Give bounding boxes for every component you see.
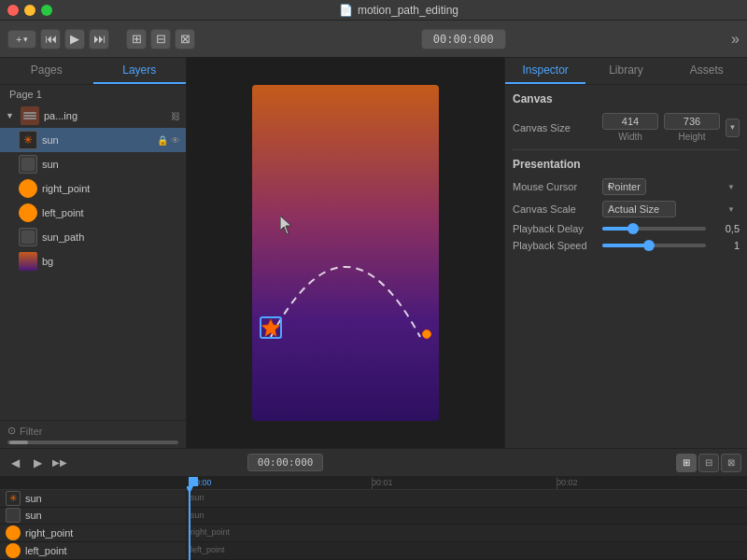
layer-icons-sun-anim: 🔒 👁 <box>157 135 180 146</box>
window-title: 📄 motion_path_editing <box>58 4 740 17</box>
canvas-height-input[interactable] <box>664 113 720 130</box>
playback-delay-thumb[interactable] <box>627 223 639 234</box>
filter-input[interactable] <box>20 426 178 437</box>
canvas-width-input[interactable] <box>602 113 658 130</box>
layer-sun-path[interactable]: sun_path <box>0 225 186 249</box>
track-content-left-point: left_point <box>190 545 225 554</box>
canvas-scale-select-wrapper[interactable]: Actual Size Fit to Window 50% 200% <box>602 201 740 217</box>
playback-speed-row: Playback Speed 1 <box>513 240 740 251</box>
playback-delay-label: Playback Delay <box>513 223 597 234</box>
timeline-view-btn-1[interactable]: ⊞ <box>676 454 697 472</box>
layer-thumb-right-point <box>19 179 37 198</box>
device-canvas <box>252 85 439 421</box>
canvas-size-dropdown[interactable]: ▼ <box>726 119 740 137</box>
rewind-button[interactable]: ⏮ <box>40 29 61 49</box>
right-point-dot[interactable] <box>422 329 431 339</box>
track-star-icon: ✳ <box>9 493 17 503</box>
tab-library[interactable]: Library <box>585 58 666 84</box>
timeline-label-right-point[interactable]: right_point <box>0 525 186 542</box>
more-button[interactable]: » <box>731 31 740 48</box>
playback-speed-thumb[interactable] <box>643 240 655 251</box>
timeline-rewind-button[interactable]: ◀ <box>6 454 24 472</box>
layer-name-sun-anim: sun <box>42 134 152 146</box>
canvas-scale-select[interactable]: Actual Size Fit to Window 50% 200% <box>602 201 676 217</box>
track-row-right-point[interactable]: right_point <box>187 525 747 542</box>
layer-name-right-point: right_point <box>42 183 180 194</box>
expand-icon: ▼ <box>6 111 14 120</box>
mouse-cursor-select-wrapper[interactable]: Pointer Default None ↖ <box>602 178 740 195</box>
sun-element[interactable] <box>260 316 282 339</box>
mouse-cursor-row: Mouse Cursor Pointer Default None ↖ <box>513 178 740 195</box>
timeline-ruler: 00:00 00:01 00:02 <box>187 477 747 490</box>
titlebar: 📄 motion_path_editing <box>0 0 747 21</box>
playback-speed-track[interactable] <box>602 244 706 247</box>
playback-delay-track[interactable] <box>602 227 706 231</box>
layer-name-group: pa...ing <box>44 110 166 121</box>
link-icon: ⛓ <box>171 111 180 121</box>
timeline-view-btn-2[interactable]: ⊟ <box>698 454 719 472</box>
playback-speed-fill <box>602 244 649 247</box>
timeline-tracks: 00:00 00:01 00:02 sun sun right_point <box>187 477 747 560</box>
layer-right-point[interactable]: right_point <box>0 176 186 201</box>
scroll-bar[interactable] <box>0 441 186 446</box>
tab-assets[interactable]: Assets <box>667 58 747 84</box>
timeline-body: ✳ sun sun right_point left_point <box>0 477 747 560</box>
layer-thumb-bg <box>19 252 37 271</box>
layer-thumb-group <box>21 106 39 125</box>
presentation-section-title: Presentation <box>513 158 740 171</box>
time-display: 00:00:000 <box>421 29 506 49</box>
track-row-sun-1[interactable]: sun <box>187 490 747 508</box>
timeline-label-sun-2[interactable]: sun <box>0 508 186 525</box>
playback-delay-value: 0,5 <box>712 223 740 234</box>
timeline-ff-button[interactable]: ▶▶ <box>50 454 69 472</box>
track-row-left-point[interactable]: left_point <box>187 542 747 560</box>
track-content-sun-1: sun <box>190 493 204 502</box>
canvas-height-label: Height <box>664 132 720 142</box>
fastforward-button[interactable]: ⏭ <box>89 29 109 49</box>
add-button[interactable]: + ▾ <box>7 30 36 49</box>
play-button[interactable]: ▶ <box>64 29 85 49</box>
track-content-sun-2: sun <box>190 511 204 520</box>
filter-icon: ⊙ <box>7 425 16 437</box>
scroll-thumb[interactable] <box>9 441 28 444</box>
track-row-sun-2[interactable]: sun <box>187 508 747 525</box>
right-panel: Inspector Library Assets Canvas Canvas S… <box>504 58 747 448</box>
layout1-button[interactable]: ⊞ <box>126 29 147 49</box>
ruler-tick-2 <box>557 477 557 489</box>
layer-thumb-left-point <box>19 203 37 222</box>
layout3-button[interactable]: ⊠ <box>175 29 195 49</box>
layer-sun-static[interactable]: sun <box>0 152 186 176</box>
mouse-cursor-select[interactable]: Pointer Default None <box>602 178 646 195</box>
layer-icons-group: ⛓ <box>171 111 180 121</box>
tab-layers[interactable]: Layers <box>93 58 187 84</box>
layout2-button[interactable]: ⊟ <box>150 29 171 49</box>
eye-icon: 👁 <box>171 135 180 146</box>
ruler-mark-2: 00:02 <box>557 478 578 487</box>
motion-path-svg <box>252 85 439 421</box>
layer-name-left-point: left_point <box>42 207 180 218</box>
close-button[interactable] <box>7 5 19 16</box>
tab-pages[interactable]: Pages <box>0 58 93 84</box>
track-thumb-sun-1: ✳ <box>6 491 21 506</box>
timeline-view-btn-3[interactable]: ⊠ <box>721 454 741 472</box>
timeline-toolbar: ◀ ▶ ▶▶ 00:00:000 ⊞ ⊟ ⊠ <box>0 449 747 477</box>
layer-group[interactable]: ▼ pa...ing ⛓ <box>0 104 186 128</box>
timeline-label-sun-1[interactable]: ✳ sun <box>0 490 186 508</box>
timeline-play-button[interactable]: ▶ <box>28 454 47 472</box>
layer-sun-anim[interactable]: ✳ sun 🔒 👁 <box>0 128 186 152</box>
timeline-view-buttons: ⊞ ⊟ ⊠ <box>676 454 741 472</box>
playhead-marker <box>189 477 198 486</box>
layer-bg[interactable]: bg <box>0 249 186 273</box>
layer-left-point[interactable]: left_point <box>0 201 186 225</box>
track-thumb-left-point <box>6 543 21 558</box>
minimize-button[interactable] <box>24 5 35 16</box>
lock-icon: 🔒 <box>157 135 168 146</box>
layer-thumb-sun-static <box>19 155 37 174</box>
track-thumb-sun-2 <box>6 508 21 523</box>
playback-speed-label: Playback Speed <box>513 240 597 251</box>
maximize-button[interactable] <box>41 5 52 16</box>
timeline-label-left-point[interactable]: left_point <box>0 542 186 560</box>
track-name-right-point: right_point <box>25 527 73 539</box>
inspector-content: Canvas Canvas Size Width Height ▼ Presen… <box>505 85 747 448</box>
tab-inspector[interactable]: Inspector <box>505 58 585 84</box>
